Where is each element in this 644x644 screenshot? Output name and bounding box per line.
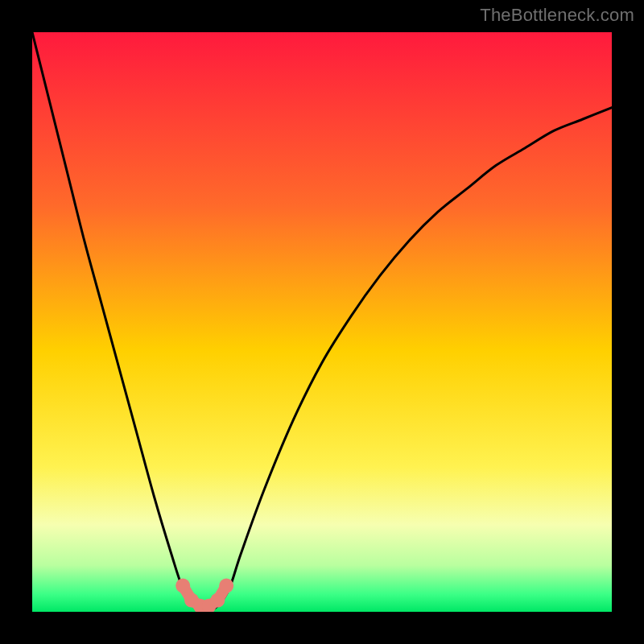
chart-frame: TheBottleneck.com [0,0,644,644]
watermark-text: TheBottleneck.com [480,5,634,26]
optimal-range-dot [210,593,225,608]
optimal-range-dot [219,579,233,593]
gradient-background [32,32,612,612]
optimal-range-dot [175,579,190,593]
bottleneck-chart [32,32,612,612]
